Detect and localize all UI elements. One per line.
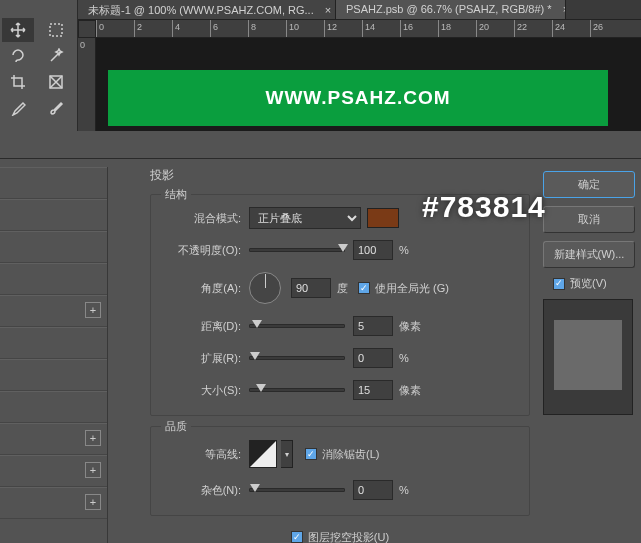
ruler-corner <box>78 20 96 38</box>
list-item[interactable] <box>0 231 107 263</box>
banner-layer[interactable]: WWW.PSAHZ.COM <box>108 70 608 126</box>
angle-label: 角度(A): <box>161 281 241 296</box>
frame-tool-icon[interactable] <box>40 70 72 94</box>
tab-doc-2[interactable]: PSAHZ.psb @ 66.7% (PSAHZ, RGB/8#) * × <box>336 0 566 19</box>
banner-text: WWW.PSAHZ.COM <box>265 87 450 109</box>
preview-label: 预览(V) <box>570 276 607 291</box>
list-item[interactable]: + <box>0 423 107 455</box>
global-light-checkbox[interactable] <box>358 282 370 294</box>
marquee-tool-icon[interactable] <box>40 18 72 42</box>
ok-button[interactable]: 确定 <box>543 171 635 198</box>
angle-input[interactable] <box>291 278 331 298</box>
opacity-label: 不透明度(O): <box>161 243 241 258</box>
lasso-tool-icon[interactable] <box>2 44 34 68</box>
overlay-color-code: #783814 <box>422 190 546 224</box>
wand-tool-icon[interactable] <box>40 44 72 68</box>
fieldset-label: 结构 <box>161 187 191 202</box>
chevron-down-icon[interactable]: ▾ <box>281 440 293 468</box>
list-item[interactable] <box>0 263 107 295</box>
svg-rect-0 <box>50 24 62 36</box>
spread-input[interactable] <box>353 348 393 368</box>
effects-list: + + + + <box>0 167 108 543</box>
eyedropper-tool-icon[interactable] <box>2 96 34 120</box>
panel-title: 投影 <box>150 167 530 184</box>
cancel-button[interactable]: 取消 <box>543 206 635 233</box>
list-item[interactable]: + <box>0 295 107 327</box>
unit: % <box>399 244 409 256</box>
structure-fieldset: 结构 混合模式: 正片叠底 不透明度(O): % 角度(A): 度 使用全局光 … <box>150 194 530 416</box>
canvas-area[interactable]: WWW.PSAHZ.COM <box>96 38 641 131</box>
blend-mode-select[interactable]: 正片叠底 <box>249 207 361 229</box>
preview-thumbnail <box>543 299 633 415</box>
dialog-actions: 确定 取消 新建样式(W)... 预览(V) <box>543 171 635 415</box>
list-item[interactable]: + <box>0 455 107 487</box>
noise-slider[interactable] <box>249 488 345 492</box>
list-item[interactable]: + <box>0 487 107 519</box>
distance-label: 距离(D): <box>161 319 241 334</box>
plus-icon[interactable]: + <box>85 302 101 318</box>
plus-icon[interactable]: + <box>85 430 101 446</box>
unit: % <box>399 352 409 364</box>
antialias-label: 消除锯齿(L) <box>322 447 379 462</box>
brush-tool-icon[interactable] <box>40 96 72 120</box>
crop-tool-icon[interactable] <box>2 70 34 94</box>
global-light-label: 使用全局光 (G) <box>375 281 449 296</box>
blend-mode-label: 混合模式: <box>161 211 241 226</box>
list-item[interactable] <box>0 199 107 231</box>
move-tool-icon[interactable] <box>2 18 34 42</box>
close-icon[interactable]: × <box>563 3 566 15</box>
size-label: 大小(S): <box>161 383 241 398</box>
angle-dial[interactable] <box>249 272 281 304</box>
contour-label: 等高线: <box>161 447 241 462</box>
spread-slider[interactable] <box>249 356 345 360</box>
document-tabs: 未标题-1 @ 100% (WWW.PSAHZ.COM, RG... × PSA… <box>78 0 641 20</box>
unit: 像素 <box>399 383 421 398</box>
ruler-vertical: 0 <box>78 38 96 131</box>
color-swatch[interactable] <box>367 208 399 228</box>
noise-label: 杂色(N): <box>161 483 241 498</box>
tab-doc-1[interactable]: 未标题-1 @ 100% (WWW.PSAHZ.COM, RG... × <box>78 0 336 19</box>
spread-label: 扩展(R): <box>161 351 241 366</box>
size-slider[interactable] <box>249 388 345 392</box>
tab-label: 未标题-1 @ 100% (WWW.PSAHZ.COM, RG... <box>88 4 314 16</box>
list-item[interactable] <box>0 359 107 391</box>
distance-input[interactable] <box>353 316 393 336</box>
preview-checkbox[interactable] <box>553 278 565 290</box>
new-style-button[interactable]: 新建样式(W)... <box>543 241 635 268</box>
close-icon[interactable]: × <box>325 4 331 16</box>
unit: % <box>399 484 409 496</box>
list-item[interactable] <box>0 167 107 199</box>
size-input[interactable] <box>353 380 393 400</box>
unit: 度 <box>337 281 348 296</box>
tool-palette <box>0 0 78 131</box>
opacity-slider[interactable] <box>249 248 345 252</box>
tab-label: PSAHZ.psb @ 66.7% (PSAHZ, RGB/8#) * <box>346 3 552 15</box>
ruler-horizontal: 02 46 810 1214 1618 2022 2426 <box>96 20 641 38</box>
unit: 像素 <box>399 319 421 334</box>
contour-picker[interactable] <box>249 440 277 468</box>
quality-fieldset: 品质 等高线: ▾ 消除锯齿(L) 杂色(N): % <box>150 426 530 516</box>
list-item[interactable] <box>0 327 107 359</box>
plus-icon[interactable]: + <box>85 462 101 478</box>
knockout-label: 图层挖空投影(U) <box>308 530 389 544</box>
plus-icon[interactable]: + <box>85 494 101 510</box>
knockout-checkbox[interactable] <box>291 531 303 543</box>
fieldset-label: 品质 <box>161 419 191 434</box>
noise-input[interactable] <box>353 480 393 500</box>
antialias-checkbox[interactable] <box>305 448 317 460</box>
distance-slider[interactable] <box>249 324 345 328</box>
list-item[interactable] <box>0 391 107 423</box>
opacity-input[interactable] <box>353 240 393 260</box>
